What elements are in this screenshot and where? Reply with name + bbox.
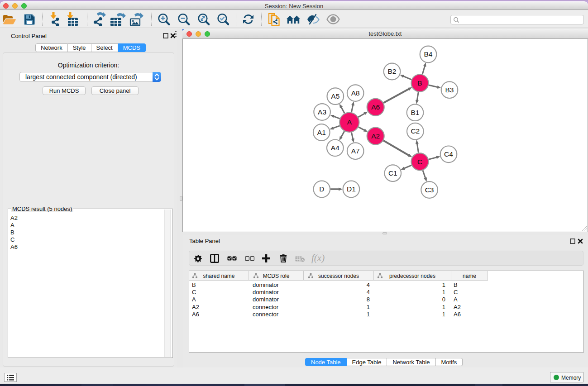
svg-text:A6: A6 <box>371 103 380 111</box>
svg-text:C3: C3 <box>425 186 434 194</box>
svg-text:B1: B1 <box>411 109 420 116</box>
svg-text:C: C <box>417 158 422 166</box>
svg-text:A: A <box>347 118 352 126</box>
svg-text:A1: A1 <box>317 129 326 136</box>
svg-text:C4: C4 <box>444 150 453 158</box>
svg-text:D1: D1 <box>347 185 356 193</box>
svg-text:A5: A5 <box>331 92 339 100</box>
svg-text:A2: A2 <box>371 132 380 140</box>
svg-text:B3: B3 <box>445 86 454 94</box>
svg-text:A3: A3 <box>318 108 326 116</box>
svg-text:C1: C1 <box>388 169 397 177</box>
svg-text:B: B <box>417 79 422 87</box>
svg-text:C2: C2 <box>411 127 420 135</box>
svg-text:D: D <box>319 185 324 193</box>
svg-text:A7: A7 <box>351 147 360 155</box>
svg-text:A4: A4 <box>331 144 339 152</box>
svg-text:B2: B2 <box>388 67 397 75</box>
svg-text:A8: A8 <box>351 89 360 97</box>
svg-text:B4: B4 <box>424 50 433 58</box>
